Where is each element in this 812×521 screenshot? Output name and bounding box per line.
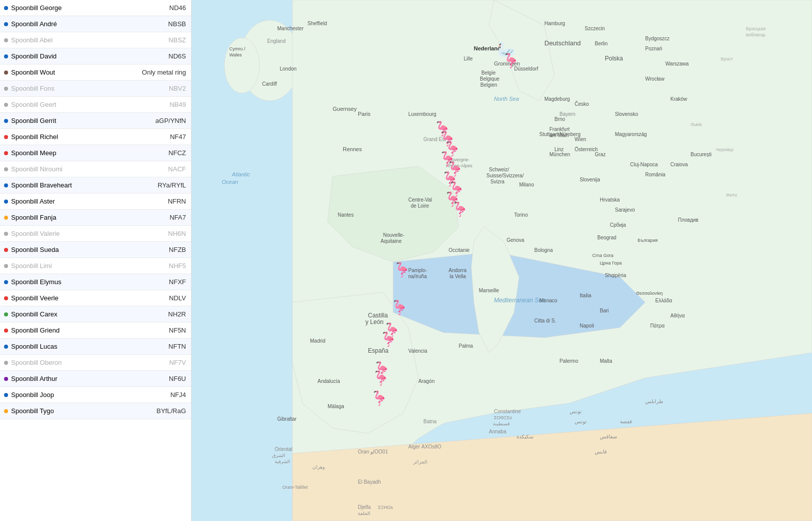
svg-text:Θεσσαλονίκη: Θεσσαλονίκη xyxy=(636,291,663,296)
bird-row[interactable]: Spoonbill TygoBYfL/RaG xyxy=(0,403,191,419)
sidebar: Spoonbill GeorgeND46Spoonbill AndréNBSBS… xyxy=(0,0,192,521)
map-wrapper: Atlantic Ocean Mediterranean Sea North S… xyxy=(192,0,812,521)
svg-text:Napoli: Napoli xyxy=(580,323,594,329)
svg-text:Oran لوOO01: Oran لوOO01 xyxy=(358,449,388,455)
svg-text:صفاقس: صفاقس xyxy=(600,434,617,440)
svg-text:Cymru /: Cymru / xyxy=(229,46,245,51)
bird-row[interactable]: Spoonbill NiroumiNACF xyxy=(0,161,191,177)
bird-row[interactable]: Spoonbill RichelNF47 xyxy=(0,129,191,145)
svg-text:de Loire: de Loire xyxy=(411,203,429,209)
bird-color-dot xyxy=(4,409,8,413)
bird-row[interactable]: Spoonbill ValerieNH6N xyxy=(0,226,191,242)
svg-text:Schweiz/: Schweiz/ xyxy=(489,167,509,172)
bird-color-dot xyxy=(4,329,8,333)
bird-name-text: Spoonbill Braveheart xyxy=(11,181,72,189)
bird-row[interactable]: Spoonbill DavidND6S xyxy=(0,48,191,64)
bird-color-dot xyxy=(4,393,8,397)
bird-name-text: Spoonbill Richel xyxy=(11,133,58,141)
svg-text:Luxembourg: Luxembourg xyxy=(408,111,436,117)
bird-row[interactable]: Spoonbill JoopNFJ4 xyxy=(0,387,191,403)
svg-text:تونس: تونس xyxy=(570,409,582,415)
bird-row[interactable]: Spoonbill MeepNFCZ xyxy=(0,145,191,161)
bird-row[interactable]: Spoonbill GriendNF5N xyxy=(0,322,191,339)
svg-text:الجزائر: الجزائر xyxy=(413,460,427,465)
bird-row[interactable]: Spoonbill AbelNBSZ xyxy=(0,32,191,48)
bird-row[interactable]: Spoonbill CarexNH2R xyxy=(0,306,191,322)
bird-row[interactable]: Spoonbill ElymusNFXF xyxy=(0,274,191,290)
svg-text:Andalucía: Andalucía xyxy=(318,378,340,384)
bird-color-dot xyxy=(4,248,8,252)
bird-code: NFCZ xyxy=(168,149,186,157)
bird-row[interactable]: Spoonbill LimiNHF5 xyxy=(0,258,191,274)
bird-color-dot xyxy=(4,232,8,236)
svg-text:ΣOΘΞΣo: ΣOΘΞΣo xyxy=(494,415,512,420)
bird-color-dot xyxy=(4,135,8,139)
svg-text:Craiova: Craiova xyxy=(670,162,688,167)
bird-color-dot xyxy=(4,103,8,107)
bird-row[interactable]: Spoonbill SuedaNFZB xyxy=(0,242,191,258)
bird-name-text: Spoonbill Sueda xyxy=(11,246,59,253)
bird-color-dot xyxy=(4,71,8,75)
bird-name-container: Spoonbill Valerie xyxy=(4,230,60,237)
svg-text:ΣΞΗΟs: ΣΞΗΟs xyxy=(378,505,393,510)
bird-code: NF6U xyxy=(169,375,186,382)
svg-text:Szczecin: Szczecin xyxy=(585,26,605,31)
bird-color-dot xyxy=(4,216,8,220)
bird-code: NBSZ xyxy=(168,36,186,44)
bird-row[interactable]: Spoonbill FonsNBV2 xyxy=(0,81,191,97)
svg-text:Marseille: Marseille xyxy=(479,288,499,293)
svg-text:وهران: وهران xyxy=(313,465,325,470)
svg-text:Graz: Graz xyxy=(595,152,606,157)
map-container[interactable]: Atlantic Ocean Mediterranean Sea North S… xyxy=(192,0,812,521)
bird-color-dot xyxy=(4,6,8,10)
bird-row[interactable]: Spoonbill FanjaNFA7 xyxy=(0,210,191,226)
bird-code: NH2R xyxy=(168,310,186,318)
svg-text:Alger ΑΧΟsθO: Alger ΑΧΟsθO xyxy=(408,444,442,449)
bird-name-container: Spoonbill André xyxy=(4,20,57,28)
bird-color-dot xyxy=(4,312,8,316)
svg-text:Magyarország: Magyarország xyxy=(615,132,647,137)
svg-text:Italia: Italia xyxy=(580,292,592,298)
svg-text:Брэсцкая: Брэсцкая xyxy=(746,26,766,31)
bird-row[interactable]: Spoonbill AsterNFRN xyxy=(0,193,191,210)
svg-text:Brno: Brno xyxy=(554,116,566,122)
svg-text:Чернівці: Чернівці xyxy=(716,147,733,152)
bird-code: NFJ4 xyxy=(170,391,186,399)
bird-name-container: Spoonbill Fanja xyxy=(4,214,56,221)
bird-name-container: Spoonbill Sueda xyxy=(4,246,59,253)
svg-text:Nantes: Nantes xyxy=(338,212,354,218)
bird-name-container: Spoonbill Abel xyxy=(4,36,52,44)
bird-row[interactable]: Spoonbill AndréNBSB xyxy=(0,16,191,32)
bird-code: NFZB xyxy=(169,246,186,253)
svg-text:Deutschland: Deutschland xyxy=(544,39,581,47)
bird-row[interactable]: Spoonbill ArthurNF6U xyxy=(0,371,191,387)
svg-text:Пловдив: Пловдив xyxy=(678,217,699,223)
svg-text:Palermo: Palermo xyxy=(559,358,579,364)
bird-row[interactable]: Spoonbill GerritaGP/YNfN xyxy=(0,113,191,129)
bird-name-text: Spoonbill Niroumi xyxy=(11,165,63,173)
svg-text:Stuttgart: Stuttgart xyxy=(539,132,558,137)
svg-text:Oriental: Oriental xyxy=(275,446,292,452)
bird-name-text: Spoonbill Oberon xyxy=(11,359,61,366)
bird-row[interactable]: Spoonbill BraveheartRYa/RYfL xyxy=(0,177,191,193)
svg-text:Madrid: Madrid xyxy=(310,338,326,344)
svg-text:Belgique: Belgique xyxy=(480,76,499,82)
svg-text:Palma: Palma xyxy=(459,343,473,349)
bird-color-dot xyxy=(4,280,8,284)
bird-row[interactable]: Spoonbill OberonNF7V xyxy=(0,355,191,371)
svg-text:Manchester: Manchester xyxy=(277,26,304,31)
bird-row[interactable]: Spoonbill GeertNB49 xyxy=(0,97,191,113)
bird-row[interactable]: Spoonbill VeerleNDLV xyxy=(0,290,191,306)
bird-row[interactable]: Spoonbill LucasNFTN xyxy=(0,339,191,355)
svg-text:Crna Gora: Crna Gora xyxy=(592,253,613,258)
bird-row[interactable]: Spoonbill GeorgeND46 xyxy=(0,0,191,16)
svg-text:Bologna: Bologna xyxy=(534,247,553,253)
bird-row[interactable]: Spoonbill WoutOnly metal ring xyxy=(0,64,191,81)
svg-text:Berlin: Berlin xyxy=(595,41,608,46)
svg-text:Belgïe: Belgïe xyxy=(481,70,496,76)
svg-text:Жито: Жито xyxy=(726,192,737,198)
svg-text:Svizra: Svizra xyxy=(490,179,505,184)
bird-code: NF5N xyxy=(169,327,186,334)
svg-text:Nürnberg: Nürnberg xyxy=(559,132,581,137)
svg-text:Cluj-Napoca: Cluj-Napoca xyxy=(630,162,658,167)
